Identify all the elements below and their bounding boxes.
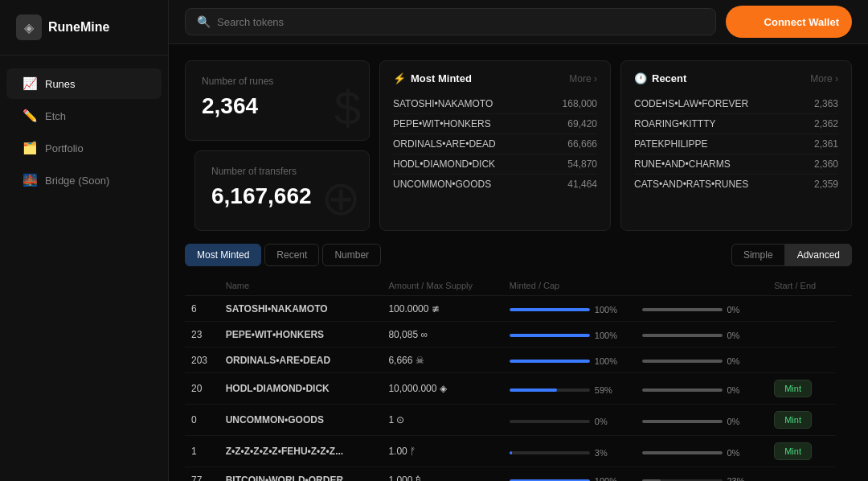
row-mint-action: Mint xyxy=(768,405,836,436)
search-box[interactable]: 🔍 xyxy=(185,8,716,35)
stat-card-transfers: Number of transfers 6,167,662 ⊕ xyxy=(194,150,370,231)
search-input[interactable] xyxy=(217,16,704,28)
recent-list-item: ROARING•KITTTY2,362 xyxy=(634,114,838,134)
mint-button[interactable]: Mint xyxy=(774,442,812,460)
mint-button[interactable]: Mint xyxy=(774,380,812,397)
minted-progress-bg xyxy=(510,334,590,337)
sidebar-item-runes[interactable]: 📈 Runes xyxy=(6,68,162,99)
row-cap-bar: 23% xyxy=(636,467,768,482)
recent-list-item: PATEKPHILIPPE2,361 xyxy=(634,134,838,154)
sidebar-item-portfolio[interactable]: 🗂️ Portfolio xyxy=(6,133,162,163)
stat-value-runes: 2,364 xyxy=(202,93,353,119)
recent-item-name: ROARING•KITTTY xyxy=(634,118,716,130)
row-mint-action xyxy=(768,347,836,373)
cap-progress-bg xyxy=(642,388,723,392)
table-head: Name Amount / Max Supply Minted / Cap St… xyxy=(185,276,852,296)
row-minted-bar: 3% xyxy=(503,436,636,467)
minted-progress-bg xyxy=(510,308,590,311)
row-amount: 1 ⊙ xyxy=(382,405,502,436)
col-header-minted: Minted / Cap xyxy=(503,276,768,296)
sidebar-item-label-portfolio: Portfolio xyxy=(45,142,84,154)
row-name: ORDINALS•ARE•DEAD xyxy=(219,347,383,373)
table-row: 203 ORDINALS•ARE•DEAD 6,666 ☠ 100% 0% xyxy=(185,347,852,373)
most-minted-panel: ⚡ Most Minted More › SATOSHI•NAKAMOTO168… xyxy=(379,60,611,231)
clock-icon: 🕐 xyxy=(634,72,647,84)
most-minted-header: ⚡ Most Minted More › xyxy=(393,72,597,84)
filter-bar: Most MintedRecentNumber SimpleAdvanced xyxy=(185,244,852,266)
recent-more[interactable]: More › xyxy=(810,73,838,84)
row-num: 203 xyxy=(185,347,219,373)
cap-progress-bg xyxy=(642,360,723,363)
minted-item-name: HODL•DIAMOND•DICK xyxy=(393,158,495,170)
cap-pct-label: 0% xyxy=(727,305,751,314)
view-tab-advanced[interactable]: Advanced xyxy=(785,244,852,266)
runes-table: Name Amount / Max Supply Minted / Cap St… xyxy=(185,276,852,481)
col-header-action xyxy=(836,276,852,296)
logo-text: RuneMine xyxy=(48,20,109,35)
cap-progress-fill xyxy=(642,451,723,454)
row-num: 77 xyxy=(185,467,219,482)
cap-progress-fill xyxy=(642,388,723,392)
row-amount: 80,085 ∞ xyxy=(382,322,502,347)
recent-list-item: CATS•AND•RATS•RUNES2,359 xyxy=(634,175,838,194)
sidebar-item-bridge[interactable]: 🌉 Bridge (Soon) xyxy=(6,165,162,195)
recent-item-value: 2,363 xyxy=(814,98,838,109)
minted-list-item: UNCOMMON•GOODS41,464 xyxy=(393,175,597,194)
minted-item-value: 41,464 xyxy=(567,179,597,190)
filter-tab-most-minted[interactable]: Most Minted xyxy=(185,244,261,266)
row-cap-bar: 0% xyxy=(636,373,768,405)
minted-item-value: 54,870 xyxy=(567,158,597,170)
row-amount: 10,000.000 ◈ xyxy=(382,373,502,405)
filter-tab-recent[interactable]: Recent xyxy=(264,244,319,266)
table-row: 0 UNCOMMON•GOODS 1 ⊙ 0% 0% Mint xyxy=(185,405,852,436)
filter-tab-number[interactable]: Number xyxy=(322,244,381,266)
minted-pct-label: 59% xyxy=(595,385,619,395)
row-num: 0 xyxy=(185,405,219,436)
row-mint-action xyxy=(768,322,836,347)
runes-table-body: 6 SATOSHI•NAKAMOTO 100.0000 ≢ 100% 0% 23… xyxy=(185,296,852,482)
row-minted-bar: 59% xyxy=(503,373,636,405)
minted-progress-fill xyxy=(510,451,512,454)
runes-table-wrap: Name Amount / Max Supply Minted / Cap St… xyxy=(185,276,852,481)
row-amount: 1.00 ᚠ xyxy=(382,436,502,467)
recent-list-item: RUNE•AND•CHARMS2,360 xyxy=(634,154,838,175)
row-minted-bar: 100% xyxy=(503,296,636,322)
minted-item-name: SATOSHI•NAKAMOTO xyxy=(393,98,493,109)
row-cap-bar: 0% xyxy=(636,436,768,467)
stat-value-transfers: 6,167,662 xyxy=(211,183,353,209)
cap-progress-bg xyxy=(642,308,723,311)
row-cap-bar: 0% xyxy=(636,322,768,347)
minted-item-value: 69,420 xyxy=(567,118,597,130)
connect-wallet-button[interactable]: Connect Wallet xyxy=(726,6,852,38)
row-name: HODL•DIAMOND•DICK xyxy=(219,373,383,405)
row-cap-bar: 0% xyxy=(636,405,768,436)
runes-icon: 📈 xyxy=(23,76,37,91)
table-row: 20 HODL•DIAMOND•DICK 10,000.000 ◈ 59% 0%… xyxy=(185,373,852,405)
row-amount: 100.0000 ≢ xyxy=(382,296,502,322)
most-minted-more[interactable]: More › xyxy=(569,73,597,84)
wallet-avatar xyxy=(739,12,758,31)
bridge-icon: 🌉 xyxy=(23,173,37,187)
recent-list-item: CODE•IS•LAW•FOREVER2,363 xyxy=(634,94,838,114)
sidebar-item-etch[interactable]: ✏️ Etch xyxy=(6,101,162,131)
row-mint-action: Mint xyxy=(768,373,836,405)
row-mint-action xyxy=(768,296,836,322)
main-content: Number of runes 2,364 $ Number of transf… xyxy=(169,44,868,481)
view-tab-simple[interactable]: Simple xyxy=(731,244,785,266)
recent-item-name: PATEKPHILIPPE xyxy=(634,138,708,150)
recent-item-name: RUNE•AND•CHARMS xyxy=(634,158,731,170)
stat-card-runes: Number of runes 2,364 $ xyxy=(185,60,370,141)
minted-list-item: ORDINALS•ARE•DEAD66,666 xyxy=(393,134,597,154)
minted-pct-label: 0% xyxy=(595,417,619,426)
mint-button[interactable]: Mint xyxy=(774,411,812,429)
row-mint-action: Mint xyxy=(768,436,836,467)
portfolio-icon: 🗂️ xyxy=(23,141,37,155)
row-name: UNCOMMON•GOODS xyxy=(219,405,383,436)
col-header-amount: Amount / Max Supply xyxy=(382,276,502,296)
cap-progress-fill xyxy=(642,308,723,311)
minted-progress-bg xyxy=(510,451,590,454)
minted-progress-fill xyxy=(510,308,590,311)
col-header-name: Name xyxy=(219,276,383,296)
cap-pct-label: 23% xyxy=(727,476,751,481)
table-row: 6 SATOSHI•NAKAMOTO 100.0000 ≢ 100% 0% xyxy=(185,296,852,322)
